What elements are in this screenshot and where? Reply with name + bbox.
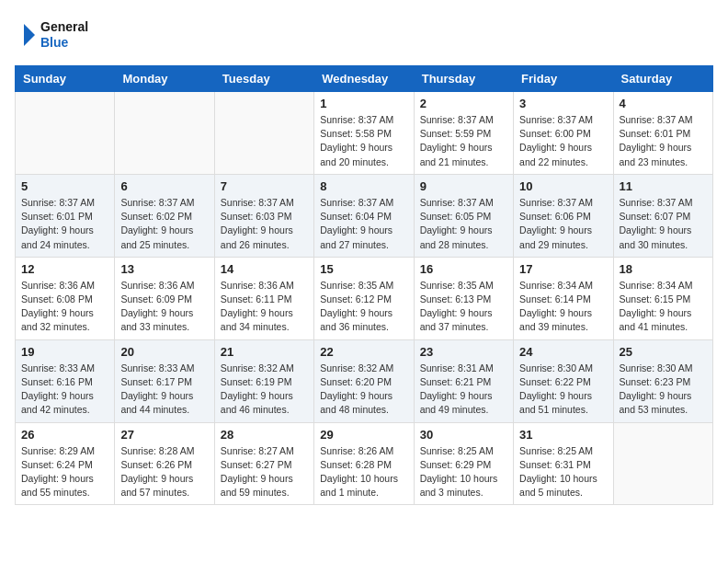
calendar-day-cell [613, 422, 712, 505]
day-number: 3 [519, 97, 607, 110]
day-info: Sunrise: 8:36 AM Sunset: 6:11 PM Dayligh… [221, 279, 308, 335]
day-number: 17 [519, 262, 607, 276]
day-number: 18 [620, 262, 707, 276]
day-info: Sunrise: 8:34 AM Sunset: 6:14 PM Dayligh… [519, 279, 607, 335]
day-info: Sunrise: 8:25 AM Sunset: 6:31 PM Dayligh… [519, 444, 607, 500]
day-info: Sunrise: 8:35 AM Sunset: 6:13 PM Dayligh… [420, 279, 507, 335]
calendar-day-cell: 6Sunrise: 8:37 AM Sunset: 6:02 PM Daylig… [115, 174, 214, 257]
day-info: Sunrise: 8:37 AM Sunset: 6:05 PM Dayligh… [420, 196, 507, 252]
day-number: 20 [120, 345, 208, 359]
svg-text:General: General [40, 19, 88, 34]
weekday-header: Tuesday [214, 66, 313, 92]
day-number: 10 [519, 179, 607, 193]
day-info: Sunrise: 8:34 AM Sunset: 6:15 PM Dayligh… [620, 279, 707, 335]
weekday-header: Saturday [613, 66, 712, 92]
day-number: 11 [620, 179, 707, 193]
logo: General Blue [15, 15, 97, 56]
day-number: 15 [320, 262, 407, 276]
calendar-day-cell: 22Sunrise: 8:32 AM Sunset: 6:20 PM Dayli… [314, 339, 414, 422]
day-info: Sunrise: 8:28 AM Sunset: 6:26 PM Dayligh… [120, 444, 208, 500]
calendar-day-cell: 4Sunrise: 8:37 AM Sunset: 6:01 PM Daylig… [613, 92, 712, 175]
calendar-week-row: 19Sunrise: 8:33 AM Sunset: 6:16 PM Dayli… [16, 339, 713, 422]
day-number: 2 [420, 97, 507, 110]
calendar-day-cell: 25Sunrise: 8:30 AM Sunset: 6:23 PM Dayli… [613, 339, 712, 422]
calendar-day-cell: 18Sunrise: 8:34 AM Sunset: 6:15 PM Dayli… [613, 257, 712, 339]
weekday-header: Sunday [16, 66, 115, 92]
calendar-day-cell: 3Sunrise: 8:37 AM Sunset: 6:00 PM Daylig… [514, 92, 613, 175]
day-info: Sunrise: 8:37 AM Sunset: 6:04 PM Dayligh… [320, 196, 407, 252]
day-info: Sunrise: 8:37 AM Sunset: 6:06 PM Dayligh… [519, 196, 607, 252]
header: General Blue [15, 15, 713, 56]
calendar-day-cell: 26Sunrise: 8:29 AM Sunset: 6:24 PM Dayli… [16, 422, 115, 505]
day-number: 13 [120, 262, 208, 276]
calendar-day-cell: 16Sunrise: 8:35 AM Sunset: 6:13 PM Dayli… [414, 257, 513, 339]
day-info: Sunrise: 8:36 AM Sunset: 6:09 PM Dayligh… [120, 279, 208, 335]
day-number: 22 [320, 345, 407, 359]
day-info: Sunrise: 8:35 AM Sunset: 6:12 PM Dayligh… [320, 279, 407, 335]
day-number: 26 [21, 428, 108, 442]
day-number: 1 [320, 97, 407, 110]
day-info: Sunrise: 8:37 AM Sunset: 5:58 PM Dayligh… [320, 113, 407, 169]
calendar-day-cell: 15Sunrise: 8:35 AM Sunset: 6:12 PM Dayli… [314, 257, 414, 339]
day-number: 24 [519, 345, 607, 359]
calendar-day-cell: 2Sunrise: 8:37 AM Sunset: 5:59 PM Daylig… [414, 92, 513, 175]
calendar-day-cell: 8Sunrise: 8:37 AM Sunset: 6:04 PM Daylig… [314, 174, 414, 257]
day-number: 28 [221, 428, 308, 442]
calendar-week-row: 12Sunrise: 8:36 AM Sunset: 6:08 PM Dayli… [16, 257, 713, 339]
day-info: Sunrise: 8:30 AM Sunset: 6:23 PM Dayligh… [620, 362, 707, 418]
day-info: Sunrise: 8:37 AM Sunset: 6:00 PM Dayligh… [519, 113, 607, 169]
day-number: 7 [221, 179, 308, 193]
calendar-week-row: 5Sunrise: 8:37 AM Sunset: 6:01 PM Daylig… [16, 174, 713, 257]
calendar-day-cell: 19Sunrise: 8:33 AM Sunset: 6:16 PM Dayli… [16, 339, 115, 422]
day-number: 16 [420, 262, 507, 276]
day-info: Sunrise: 8:27 AM Sunset: 6:27 PM Dayligh… [221, 444, 308, 500]
calendar-day-cell: 30Sunrise: 8:25 AM Sunset: 6:29 PM Dayli… [414, 422, 513, 505]
day-number: 19 [21, 345, 108, 359]
day-info: Sunrise: 8:33 AM Sunset: 6:17 PM Dayligh… [120, 362, 208, 418]
calendar-day-cell: 11Sunrise: 8:37 AM Sunset: 6:07 PM Dayli… [613, 174, 712, 257]
day-info: Sunrise: 8:37 AM Sunset: 6:03 PM Dayligh… [221, 196, 308, 252]
day-info: Sunrise: 8:37 AM Sunset: 6:01 PM Dayligh… [620, 113, 707, 169]
day-info: Sunrise: 8:30 AM Sunset: 6:22 PM Dayligh… [519, 362, 607, 418]
calendar-day-cell: 13Sunrise: 8:36 AM Sunset: 6:09 PM Dayli… [115, 257, 214, 339]
svg-text:Blue: Blue [40, 35, 69, 50]
calendar-day-cell: 23Sunrise: 8:31 AM Sunset: 6:21 PM Dayli… [414, 339, 513, 422]
day-info: Sunrise: 8:26 AM Sunset: 6:28 PM Dayligh… [320, 444, 407, 500]
day-number: 9 [420, 179, 507, 193]
day-number: 30 [420, 428, 507, 442]
svg-marker-2 [24, 24, 35, 46]
day-number: 27 [120, 428, 208, 442]
day-info: Sunrise: 8:32 AM Sunset: 6:20 PM Dayligh… [320, 362, 407, 418]
calendar-day-cell: 29Sunrise: 8:26 AM Sunset: 6:28 PM Dayli… [314, 422, 414, 505]
calendar-day-cell: 1Sunrise: 8:37 AM Sunset: 5:58 PM Daylig… [314, 92, 414, 175]
weekday-header: Friday [514, 66, 613, 92]
day-info: Sunrise: 8:37 AM Sunset: 6:02 PM Dayligh… [120, 196, 208, 252]
day-info: Sunrise: 8:37 AM Sunset: 5:59 PM Dayligh… [420, 113, 507, 169]
day-number: 5 [21, 179, 108, 193]
calendar-week-row: 26Sunrise: 8:29 AM Sunset: 6:24 PM Dayli… [16, 422, 713, 505]
calendar-day-cell: 14Sunrise: 8:36 AM Sunset: 6:11 PM Dayli… [214, 257, 313, 339]
day-info: Sunrise: 8:37 AM Sunset: 6:07 PM Dayligh… [620, 196, 707, 252]
calendar-day-cell: 21Sunrise: 8:32 AM Sunset: 6:19 PM Dayli… [214, 339, 313, 422]
day-number: 12 [21, 262, 108, 276]
day-number: 6 [120, 179, 208, 193]
calendar-day-cell: 31Sunrise: 8:25 AM Sunset: 6:31 PM Dayli… [514, 422, 613, 505]
day-number: 23 [420, 345, 507, 359]
calendar-day-cell [115, 92, 214, 175]
calendar-day-cell: 9Sunrise: 8:37 AM Sunset: 6:05 PM Daylig… [414, 174, 513, 257]
day-info: Sunrise: 8:25 AM Sunset: 6:29 PM Dayligh… [420, 444, 507, 500]
calendar-day-cell: 24Sunrise: 8:30 AM Sunset: 6:22 PM Dayli… [514, 339, 613, 422]
calendar-day-cell: 20Sunrise: 8:33 AM Sunset: 6:17 PM Dayli… [115, 339, 214, 422]
logo-svg: General Blue [15, 15, 97, 56]
weekday-header: Wednesday [314, 66, 414, 92]
day-number: 14 [221, 262, 308, 276]
day-info: Sunrise: 8:32 AM Sunset: 6:19 PM Dayligh… [221, 362, 308, 418]
day-number: 8 [320, 179, 407, 193]
calendar-day-cell: 10Sunrise: 8:37 AM Sunset: 6:06 PM Dayli… [514, 174, 613, 257]
calendar-table: SundayMondayTuesdayWednesdayThursdayFrid… [15, 65, 713, 505]
calendar-day-cell: 12Sunrise: 8:36 AM Sunset: 6:08 PM Dayli… [16, 257, 115, 339]
calendar-day-cell: 28Sunrise: 8:27 AM Sunset: 6:27 PM Dayli… [214, 422, 313, 505]
header-row: SundayMondayTuesdayWednesdayThursdayFrid… [16, 66, 713, 92]
calendar-day-cell: 17Sunrise: 8:34 AM Sunset: 6:14 PM Dayli… [514, 257, 613, 339]
calendar-day-cell: 7Sunrise: 8:37 AM Sunset: 6:03 PM Daylig… [214, 174, 313, 257]
